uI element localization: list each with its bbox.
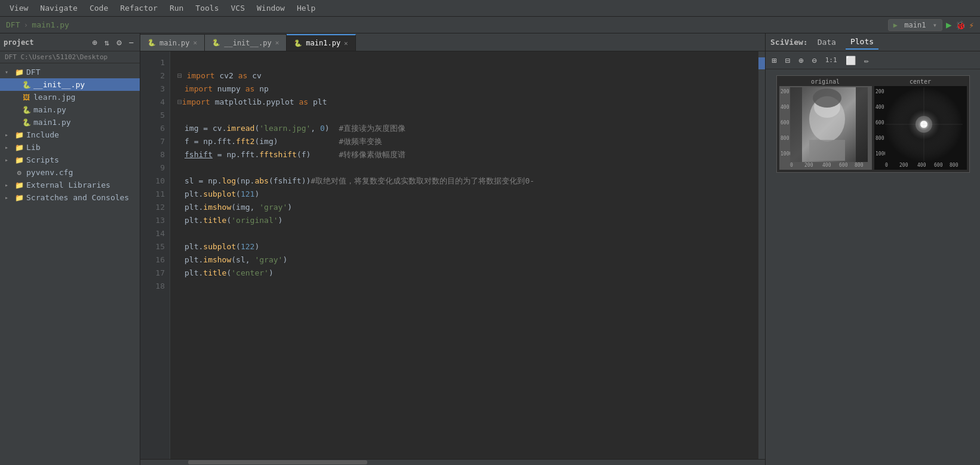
jpg-icon: 🖼 (21, 93, 31, 102)
subplot-original: original 200 400 600 800 1000 (779, 78, 872, 170)
lib-folder-icon: 📁 (14, 143, 24, 152)
sidebar-sync-btn[interactable]: ⊕ (90, 36, 99, 48)
svg-text:400: 400 (875, 105, 884, 110)
sidebar-settings-btn[interactable]: ⚙ (114, 36, 124, 48)
title-bar: DFT › main1.py ▶ main1 ▾ ▶ 🐞 ⚡ (0, 17, 980, 33)
svg-text:600: 600 (839, 163, 848, 168)
tab-main1-py[interactable]: 🐍 main1.py ✕ (287, 34, 355, 51)
debug-button[interactable]: 🐞 (956, 20, 966, 30)
sciview-toolbar: SciView: Data Plots (766, 33, 980, 51)
svg-rect-12 (856, 87, 868, 162)
scripts-folder-icon: 📁 (14, 156, 24, 164)
tab-mainpy-close[interactable]: ✕ (193, 39, 198, 47)
main1-py-label: main1.py (33, 118, 71, 127)
svg-rect-11 (790, 87, 802, 162)
menu-refactor[interactable]: Refactor (115, 2, 162, 14)
code-line-7: f = np.fft.fft2(img) #做频率变换 (177, 135, 751, 148)
sciview-grid-icon[interactable]: ⊟ (782, 54, 792, 66)
sidebar-item-main-py[interactable]: 🐍 main.py (0, 103, 140, 116)
run-button[interactable]: ▶ (946, 19, 952, 30)
plot-row: original 200 400 600 800 1000 (779, 78, 967, 170)
sidebar-item-external-libs[interactable]: ▸ 📁 External Libraries (0, 179, 140, 191)
editor-content: 1 2 3 4 5 6 7 8 9 10 11 12 13 14 15 16 1… (140, 51, 765, 459)
fold-icon-4[interactable]: ⊟ (177, 96, 182, 109)
svg-text:600: 600 (875, 120, 884, 126)
extlibs-arrow-icon: ▸ (5, 182, 12, 188)
minimap (758, 51, 765, 459)
sidebar-item-include[interactable]: ▸ 📁 Include (0, 129, 140, 141)
sciview-tab-data[interactable]: Data (813, 35, 841, 49)
pyvenv-label: pyvenv.cfg (26, 168, 73, 177)
subplot-center-img: 200 400 600 800 1000 (874, 86, 967, 170)
menu-run[interactable]: Run (165, 2, 188, 14)
svg-text:800: 800 (950, 163, 959, 168)
tab-init-close[interactable]: ✕ (275, 39, 279, 47)
init-tab-icon: 🐍 (212, 39, 220, 47)
sidebar-item-main1-py[interactable]: 🐍 main1.py (0, 116, 140, 129)
sidebar-item-pyvenv[interactable]: ⚙ pyvenv.cfg (0, 166, 140, 179)
sciview-zoom-in-icon[interactable]: ⊕ (796, 54, 806, 66)
extlibs-folder-icon: 📁 (14, 181, 24, 189)
svg-text:800: 800 (781, 136, 789, 141)
code-editor[interactable]: ⊟ import cv2 as cv import numpy as np ⊟ … (170, 51, 758, 459)
sciview-zoom-out-icon[interactable]: ⊖ (809, 54, 819, 66)
menu-vcs[interactable]: VCS (226, 2, 250, 14)
svg-text:200: 200 (781, 89, 789, 94)
menu-tools[interactable]: Tools (191, 2, 223, 14)
sciview-edit-icon[interactable]: ✏ (862, 54, 871, 66)
subplot-original-title: original (811, 78, 840, 85)
code-line-1 (177, 56, 751, 69)
svg-text:400: 400 (781, 105, 789, 110)
run-config: ▶ main1 ▾ ▶ 🐞 ⚡ (888, 19, 974, 31)
menu-view[interactable]: View (5, 2, 33, 14)
menu-navigate[interactable]: Navigate (35, 2, 82, 14)
code-line-11: plt.subplot(121) (177, 188, 751, 201)
pyvenv-icon: ⚙ (14, 169, 24, 177)
extra-button[interactable]: ⚡ (969, 20, 974, 30)
code-line-15: plt.subplot(122) (177, 240, 751, 253)
include-label: Include (26, 130, 59, 139)
sidebar-item-scratches[interactable]: ▸ 📁 Scratches and Consoles (0, 191, 140, 204)
init-py-icon: 🐍 (21, 81, 31, 89)
sidebar-collapse-btn[interactable]: ⇅ (102, 36, 112, 48)
menu-window[interactable]: Window (252, 2, 290, 14)
main-py-label: main.py (33, 105, 66, 114)
sciview-tab-plots[interactable]: Plots (846, 35, 878, 50)
sciview-fit-icon[interactable]: ⬜ (843, 54, 858, 66)
editor-area: 🐍 main.py ✕ 🐍 __init__.py ✕ 🐍 main1.py ✕… (140, 33, 765, 465)
tab-init-py[interactable]: 🐍 __init__.py ✕ (205, 34, 287, 51)
sciview-content: original 200 400 600 800 1000 (766, 69, 980, 465)
sidebar-item-dft[interactable]: ▾ 📁 DFT (0, 66, 140, 78)
scrollbar-thumb[interactable] (188, 460, 367, 464)
menu-bar: View Navigate Code Refactor Run Tools VC… (0, 0, 980, 17)
code-line-13: plt.title('original') (177, 214, 751, 227)
menu-help[interactable]: Help (292, 2, 320, 14)
svg-text:600: 600 (934, 163, 943, 168)
scratches-folder-icon: 📁 (14, 194, 24, 202)
svg-text:200: 200 (875, 89, 884, 94)
run-config-name[interactable]: ▶ main1 ▾ (888, 19, 942, 31)
svg-text:600: 600 (781, 120, 789, 126)
code-line-12: plt.imshow(img, 'gray') (177, 201, 751, 214)
tab-mainpy-label: main.py (159, 39, 190, 47)
tab-main-py[interactable]: 🐍 main.py ✕ (140, 34, 205, 51)
main1py-icon: 🐍 (21, 118, 31, 127)
sciview-grid4-icon[interactable]: ⊞ (769, 54, 779, 66)
menu-code[interactable]: Code (85, 2, 113, 14)
scripts-arrow-icon: ▸ (5, 157, 12, 163)
tab-main1-close[interactable]: ✕ (344, 39, 348, 47)
fold-icon-2[interactable]: ⊟ (177, 69, 182, 82)
sciview-actual-size-icon[interactable]: 1:1 (823, 55, 840, 65)
breadcrumb-file[interactable]: main1.py (32, 20, 69, 29)
sidebar-item-lib[interactable]: ▸ 📁 Lib (0, 141, 140, 154)
horizontal-scrollbar[interactable] (140, 459, 765, 465)
minimap-highlight (758, 57, 765, 69)
sidebar-item-scripts[interactable]: ▸ 📁 Scripts (0, 154, 140, 166)
sidebar-item-init[interactable]: 🐍 __init__.py (0, 78, 140, 91)
sidebar-minimize-btn[interactable]: − (127, 36, 136, 48)
lib-arrow-icon: ▸ (5, 144, 12, 151)
breadcrumb-dft[interactable]: DFT (6, 20, 20, 29)
code-line-8: fshift = np.fft.fftshift(f) #转移像素做幅度谱 (177, 148, 751, 161)
sidebar-item-learn-jpg[interactable]: 🖼 learn.jpg (0, 91, 140, 103)
sciview-label: SciView: (770, 38, 808, 47)
